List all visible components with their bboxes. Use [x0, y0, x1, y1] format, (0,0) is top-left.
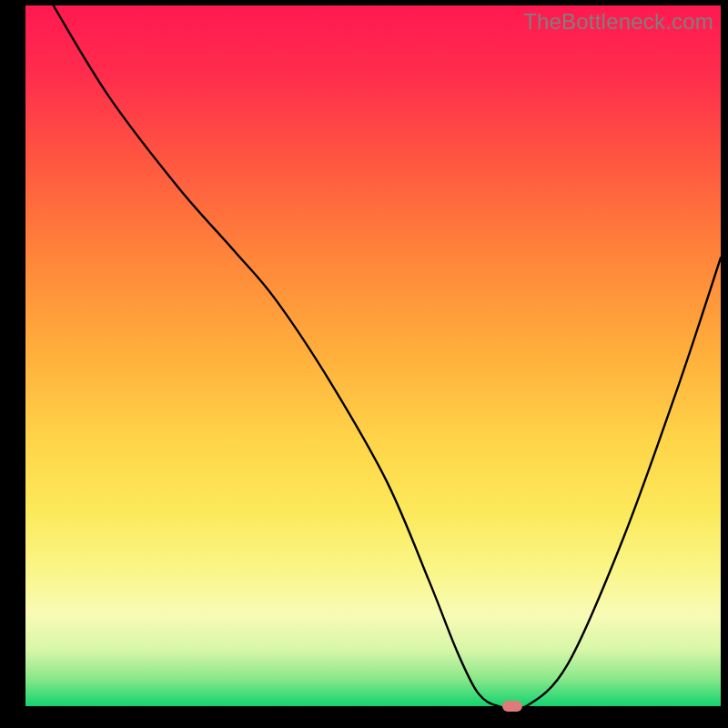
chart-plot-area: TheBottleneck.com: [25, 5, 721, 706]
bottleneck-curve-svg: [25, 5, 721, 706]
bottleneck-curve-path: [54, 5, 721, 706]
chart-stage: TheBottleneck.com: [0, 0, 728, 728]
optimal-point-marker: [502, 701, 522, 712]
